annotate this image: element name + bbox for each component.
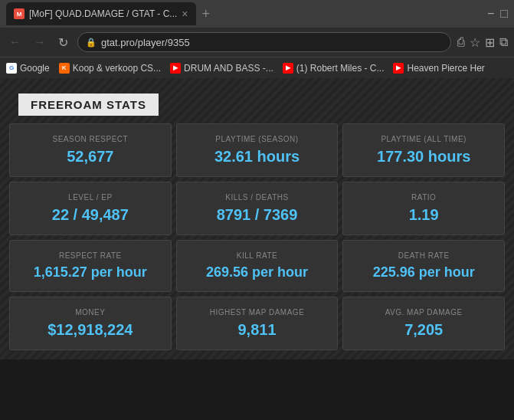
stat-value-ratio: 1.19 [409, 206, 439, 224]
stat-level-ep: LEVEL / EP 22 / 49,487 [9, 182, 172, 235]
yt-heaven-favicon: ▶ [393, 63, 404, 74]
stat-kill-rate: KILL RATE 269.56 per hour [176, 240, 339, 292]
koop-favicon: K [59, 63, 70, 74]
stat-label-highest-map-damage: HIGHEST MAP DAMAGE [210, 308, 305, 317]
stat-label-respect-rate: RESPECT RATE [59, 251, 122, 260]
bookmark-robert[interactable]: ▶ (1) Robert Miles - C... [283, 63, 385, 74]
stat-label-avg-map-damage: AVG. MAP DAMAGE [385, 308, 463, 317]
back-button[interactable]: ← [6, 34, 25, 51]
bookmark-drum-label: DRUM AND BASS -... [184, 63, 273, 74]
window-controls: − □ [487, 7, 508, 21]
maximize-button[interactable]: □ [500, 7, 508, 21]
new-tab-button[interactable]: + [199, 6, 214, 22]
stat-ratio: RATIO 1.19 [342, 182, 505, 235]
tab-close-button[interactable]: × [182, 8, 188, 20]
stat-label-level-ep: LEVEL / EP [68, 193, 112, 202]
minimize-button[interactable]: − [487, 7, 494, 21]
share-button[interactable]: ⎙ [457, 35, 465, 50]
bookmark-heaven[interactable]: ▶ Heaven Pierce Her [393, 63, 484, 74]
stat-label-kill-rate: KILL RATE [237, 251, 277, 260]
stat-label-kills-deaths: KILLS / DEATHS [225, 193, 288, 202]
section-title: FREEROAM STATS [18, 94, 159, 116]
stat-label-season-respect: SEASON RESPECT [52, 135, 128, 143]
stat-avg-map-damage: AVG. MAP DAMAGE 7,205 [342, 297, 505, 350]
stat-label-playtime-season: PLAYTIME (SEASON) [215, 135, 298, 143]
extensions-button[interactable]: ⊞ [485, 35, 495, 50]
tab-favicon: M [14, 8, 25, 19]
stat-death-rate: DEATH RATE 225.96 per hour [342, 240, 505, 292]
stat-value-season-respect: 52,677 [67, 148, 113, 166]
maximize2-button[interactable]: ⧉ [499, 35, 508, 50]
bookmarks-bar: G Google K Koop & verkoop CS... ▶ DRUM A… [0, 57, 514, 78]
refresh-button[interactable]: ↻ [55, 34, 71, 51]
stat-money: MONEY $12,918,224 [9, 297, 172, 350]
stat-label-money: MONEY [75, 308, 105, 317]
stat-highest-map-damage: HIGHEST MAP DAMAGE 9,811 [176, 297, 339, 350]
yt-robert-favicon: ▶ [283, 63, 293, 74]
lock-icon: 🔒 [86, 38, 97, 48]
stat-respect-rate: RESPECT RATE 1,615.27 per hour [9, 240, 172, 292]
bookmark-google[interactable]: G Google [6, 63, 50, 74]
stat-label-playtime-alltime: PLAYTIME (ALL TIME) [381, 135, 467, 143]
stat-label-ratio: RATIO [411, 193, 436, 202]
page-content: FREEROAM STATS SEASON RESPECT 52,677 PLA… [0, 78, 514, 359]
tab-title: [MoF] QUAD.DAMAGE / GTAT - C... [29, 8, 177, 19]
stat-value-respect-rate: 1,615.27 per hour [34, 264, 147, 281]
bookmark-koop[interactable]: K Koop & verkoop CS... [59, 63, 161, 74]
title-bar: M [MoF] QUAD.DAMAGE / GTAT - C... × + − … [0, 0, 514, 28]
nav-actions: ⎙ ☆ ⊞ ⧉ [457, 35, 508, 50]
stat-playtime-alltime: PLAYTIME (ALL TIME) 177.30 hours [342, 123, 505, 177]
stat-value-kill-rate: 269.56 per hour [206, 264, 308, 281]
stat-value-kills-deaths: 8791 / 7369 [217, 206, 298, 224]
bookmark-google-label: Google [20, 63, 50, 74]
forward-button[interactable]: → [31, 34, 49, 51]
bookmark-robert-label: (1) Robert Miles - C... [296, 63, 385, 74]
stat-value-highest-map-damage: 9,811 [237, 321, 276, 339]
yt-drum-favicon: ▶ [170, 63, 181, 74]
stat-value-playtime-alltime: 177.30 hours [377, 148, 470, 166]
url-bar[interactable]: 🔒 gtat.pro/player/9355 [77, 32, 451, 52]
stat-value-playtime-season: 32.61 hours [214, 148, 300, 166]
bookmark-heaven-label: Heaven Pierce Her [407, 63, 484, 74]
stat-value-death-rate: 225.96 per hour [373, 264, 475, 281]
bookmark-button[interactable]: ☆ [470, 35, 480, 50]
stat-playtime-season: PLAYTIME (SEASON) 32.61 hours [176, 123, 339, 177]
stat-value-avg-map-damage: 7,205 [404, 321, 443, 339]
stats-background: FREEROAM STATS SEASON RESPECT 52,677 PLA… [0, 78, 514, 359]
browser-chrome: M [MoF] QUAD.DAMAGE / GTAT - C... × + − … [0, 0, 514, 78]
stats-grid: SEASON RESPECT 52,677 PLAYTIME (SEASON) … [9, 123, 505, 350]
stat-kills-deaths: KILLS / DEATHS 8791 / 7369 [176, 182, 339, 235]
active-tab[interactable]: M [MoF] QUAD.DAMAGE / GTAT - C... × [6, 2, 196, 25]
nav-bar: ← → ↻ 🔒 gtat.pro/player/9355 ⎙ ☆ ⊞ ⧉ [0, 28, 514, 57]
stat-label-death-rate: DEATH RATE [398, 251, 450, 260]
google-favicon: G [6, 63, 17, 74]
url-text: gtat.pro/player/9355 [101, 37, 190, 48]
stat-value-level-ep: 22 / 49,487 [52, 206, 129, 224]
bookmark-koop-label: Koop & verkoop CS... [73, 63, 161, 74]
stat-value-money: $12,918,224 [47, 321, 133, 339]
stat-season-respect: SEASON RESPECT 52,677 [9, 123, 172, 177]
bookmark-drum[interactable]: ▶ DRUM AND BASS -... [170, 63, 273, 74]
